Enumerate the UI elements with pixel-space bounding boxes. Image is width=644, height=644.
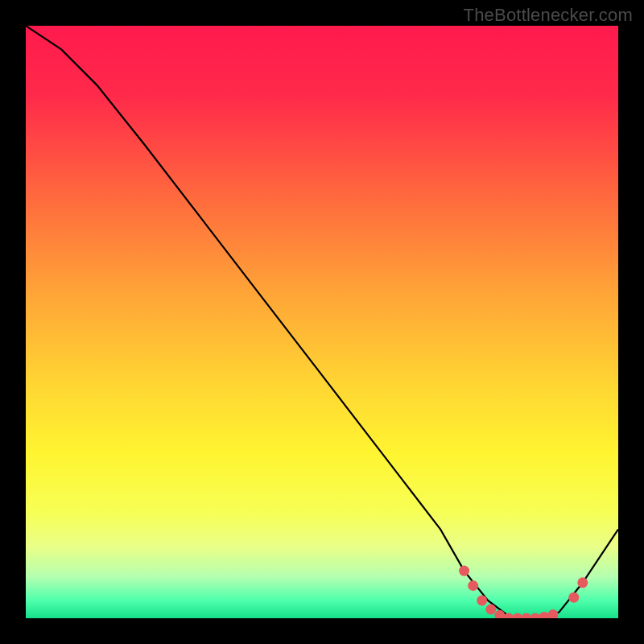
highlight-dot	[477, 595, 487, 605]
highlight-dot	[577, 577, 588, 588]
bottleneck-chart	[26, 26, 618, 618]
highlight-dot	[485, 605, 496, 615]
highlight-dot	[568, 592, 579, 603]
highlight-dot	[468, 580, 478, 591]
chart-background-gradient	[26, 26, 618, 618]
highlight-dot	[459, 566, 469, 576]
watermark-text: TheBottlenecker.com	[464, 5, 633, 26]
